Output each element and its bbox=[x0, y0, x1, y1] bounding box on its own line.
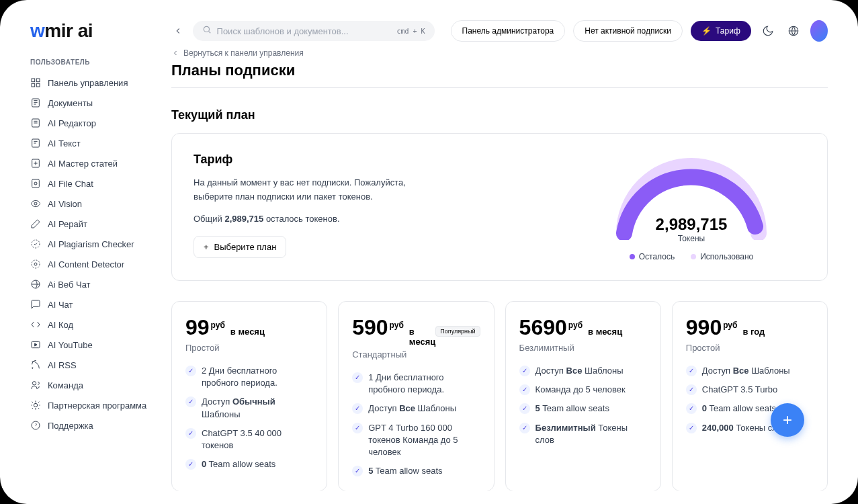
nav-icon bbox=[30, 319, 41, 330]
feature-item: ✓Доступ Все Шаблоны bbox=[352, 403, 480, 415]
choose-plan-button[interactable]: + Выберите план bbox=[194, 236, 286, 258]
price-card[interactable]: 590рубв месяцПопулярныйСтандартный✓1 Дни… bbox=[338, 301, 494, 491]
price-card[interactable]: 99рубв месяцПростой✓2 Дни бесплатного пр… bbox=[171, 301, 327, 491]
price-currency: руб bbox=[723, 321, 737, 330]
sidebar-item[interactable]: AI Редактор bbox=[30, 113, 161, 133]
svg-point-13 bbox=[34, 263, 37, 265]
svg-point-20 bbox=[204, 26, 209, 32]
price-card[interactable]: 990рубв годПростой✓Доступ Все Шаблоны✓Ch… bbox=[672, 301, 828, 491]
sidebar-item[interactable]: AI Plagiarism Checker bbox=[30, 234, 161, 254]
avatar[interactable] bbox=[810, 20, 828, 42]
sidebar-item[interactable]: AI RSS bbox=[30, 355, 161, 375]
token-gauge: 2,989,715 Токены bbox=[604, 153, 779, 240]
nav-label: Команда bbox=[48, 380, 83, 390]
sidebar-item[interactable]: AI Рерайт bbox=[30, 214, 161, 234]
popular-badge: Популярный bbox=[435, 326, 480, 337]
check-icon: ✓ bbox=[686, 423, 697, 433]
nav-icon bbox=[30, 339, 41, 350]
sidebar-item[interactable]: Панель управления bbox=[30, 73, 161, 93]
price-currency: руб bbox=[568, 321, 583, 330]
nav-icon bbox=[30, 158, 41, 169]
price-currency: руб bbox=[211, 321, 225, 330]
card-desc: На данный момент у вас нет подписки. Пож… bbox=[194, 176, 409, 204]
svg-point-18 bbox=[34, 403, 37, 407]
fab-add-button[interactable]: + bbox=[771, 403, 804, 437]
token-summary: Общий 2,989,715 осталось токенов. bbox=[194, 214, 550, 224]
feature-item: ✓GPT 4 Turbo 160 000 токенов Команда до … bbox=[352, 422, 480, 459]
sidebar-item[interactable]: Документы bbox=[30, 93, 161, 113]
nav-label: AI Текст bbox=[48, 138, 81, 149]
nav-icon bbox=[30, 360, 41, 370]
nav-label: AI Plagiarism Checker bbox=[48, 239, 134, 249]
nav-label: AI File Chat bbox=[48, 179, 93, 189]
check-icon: ✓ bbox=[352, 403, 363, 414]
price-value: 99 bbox=[185, 315, 210, 340]
sidebar-item[interactable]: AI Текст bbox=[30, 133, 161, 153]
feature-item: ✓1 Дни бесплатного пробного периода. bbox=[352, 372, 480, 396]
sidebar-section-label: ПОЛЬЗОВАТЕЛЬ bbox=[30, 58, 161, 66]
check-icon: ✓ bbox=[519, 403, 530, 414]
plan-name: Безлимитный bbox=[519, 343, 647, 353]
check-icon: ✓ bbox=[185, 366, 196, 376]
check-icon: ✓ bbox=[185, 459, 196, 470]
plus-icon: + bbox=[204, 242, 209, 252]
sidebar-item[interactable]: AI File Chat bbox=[30, 173, 161, 194]
search-input-wrap[interactable]: cmd + K bbox=[193, 21, 435, 41]
nav-icon bbox=[30, 279, 41, 290]
current-plan-title: Текущий план bbox=[171, 108, 828, 122]
breadcrumb[interactable]: Вернуться к панели управления bbox=[171, 48, 828, 58]
nav-icon bbox=[30, 400, 41, 411]
sidebar-item[interactable]: AI Vision bbox=[30, 194, 161, 214]
bolt-icon: ⚡ bbox=[701, 26, 712, 36]
feature-item: ✓ChatGPT 3.5 40 000 токенов bbox=[185, 427, 313, 452]
search-input[interactable] bbox=[217, 26, 392, 36]
nav-label: AI YouTube bbox=[48, 340, 93, 350]
feature-item: ✓Команда до 5 человек bbox=[519, 384, 647, 396]
svg-rect-0 bbox=[32, 79, 35, 82]
feature-item: ✓ChatGPT 3.5 Turbo bbox=[686, 384, 814, 396]
svg-point-12 bbox=[32, 260, 40, 268]
price-currency: руб bbox=[390, 321, 404, 330]
nav-label: AI Редактор bbox=[48, 118, 96, 128]
nav-label: Поддержка bbox=[48, 421, 93, 431]
subscription-status[interactable]: Нет активной подписки bbox=[573, 20, 683, 42]
logo[interactable]: wmir ai bbox=[30, 20, 161, 42]
sidebar-item[interactable]: AI Content Detector bbox=[30, 254, 161, 274]
tariff-button[interactable]: ⚡ Тариф bbox=[691, 21, 751, 41]
sidebar-item[interactable]: Команда bbox=[30, 375, 161, 395]
price-card[interactable]: 5690рубв месяцБезлимитный✓Доступ Все Шаб… bbox=[505, 301, 661, 491]
gauge-value: 2,989,715 bbox=[656, 215, 728, 234]
nav-icon bbox=[30, 97, 41, 108]
svg-point-17 bbox=[32, 382, 36, 385]
sidebar-item[interactable]: AI Код bbox=[30, 314, 161, 335]
nav-label: Ai Веб Чат bbox=[48, 280, 91, 290]
plan-name: Простой bbox=[686, 343, 814, 353]
svg-point-9 bbox=[34, 182, 37, 185]
check-icon: ✓ bbox=[519, 384, 530, 395]
price-period: в месяц bbox=[409, 327, 435, 347]
language-button[interactable] bbox=[785, 20, 802, 42]
nav-label: AI RSS bbox=[48, 360, 77, 370]
nav-icon bbox=[30, 77, 41, 88]
search-shortcut: cmd + K bbox=[396, 28, 425, 35]
check-icon: ✓ bbox=[519, 423, 530, 433]
nav-label: Документы bbox=[48, 98, 93, 108]
sidebar-item[interactable]: AI YouTube bbox=[30, 335, 161, 355]
feature-item: ✓Доступ Все Шаблоны bbox=[519, 365, 647, 377]
sidebar-item[interactable]: AI Чат bbox=[30, 294, 161, 314]
svg-rect-2 bbox=[32, 83, 35, 87]
sidebar-item[interactable]: AI Мастер статей bbox=[30, 153, 161, 173]
check-icon: ✓ bbox=[352, 423, 363, 433]
sidebar-item[interactable]: Партнерская программа bbox=[30, 395, 161, 415]
feature-item: ✓5 Team allow seats bbox=[352, 465, 480, 477]
theme-toggle[interactable] bbox=[759, 20, 777, 42]
nav-icon bbox=[30, 138, 41, 149]
sidebar-item[interactable]: Ai Веб Чат bbox=[30, 274, 161, 294]
feature-item: ✓0 Team allow seats bbox=[185, 458, 313, 470]
admin-panel-link[interactable]: Панель администратора bbox=[451, 20, 566, 42]
back-button[interactable] bbox=[171, 26, 185, 36]
nav-icon bbox=[30, 118, 41, 128]
sidebar-item[interactable]: Поддержка bbox=[30, 415, 161, 435]
nav-label: AI Мастер статей bbox=[48, 159, 118, 169]
price-value: 5690 bbox=[519, 315, 567, 340]
